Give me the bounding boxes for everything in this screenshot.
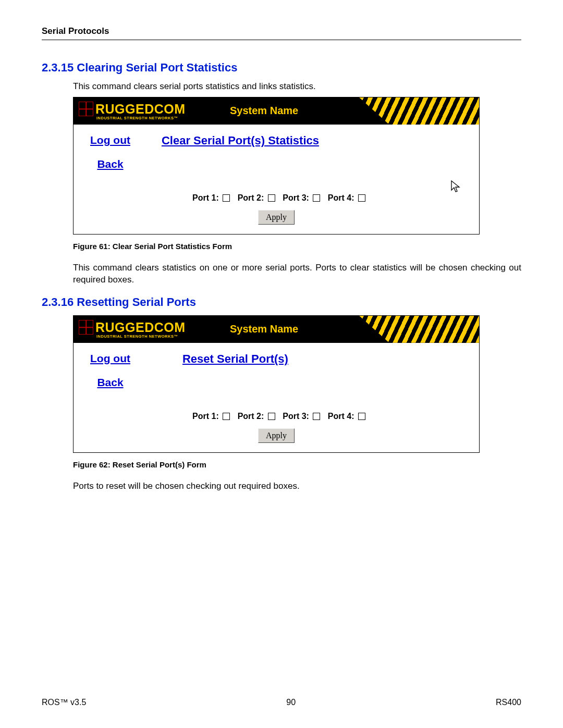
section-heading-resetting: 2.3.16 Resetting Serial Ports bbox=[42, 295, 521, 309]
page-header: Serial Protocols bbox=[42, 26, 521, 40]
logo-grid-icon bbox=[79, 320, 93, 335]
footer-page-number: 90 bbox=[286, 698, 296, 707]
port3-label: Port 3: bbox=[283, 193, 309, 202]
port1-label: Port 1: bbox=[192, 193, 219, 202]
port2-checkbox[interactable] bbox=[268, 413, 275, 420]
logout-link[interactable]: Log out bbox=[90, 352, 130, 365]
panel-title-reset: Reset Serial Port(s) bbox=[162, 351, 288, 366]
port4-checkbox[interactable] bbox=[358, 413, 365, 420]
section1-description: This command clears statistics on one or… bbox=[73, 262, 521, 286]
port1-checkbox[interactable] bbox=[223, 194, 230, 202]
ui-header: RUGGEDCOM INDUSTRIAL STRENGTH NETWORKS™ … bbox=[74, 97, 479, 125]
logo: RUGGEDCOM INDUSTRIAL STRENGTH NETWORKS™ bbox=[74, 320, 209, 339]
port4-label: Port 4: bbox=[328, 412, 354, 421]
reset-ports-form: RUGGEDCOM INDUSTRIAL STRENGTH NETWORKS™ … bbox=[73, 315, 480, 453]
back-link[interactable]: Back bbox=[90, 158, 130, 170]
port3-checkbox[interactable] bbox=[313, 413, 320, 420]
apply-button[interactable]: Apply bbox=[258, 428, 295, 443]
logo-grid-icon bbox=[79, 102, 93, 116]
clear-stats-form: RUGGEDCOM INDUSTRIAL STRENGTH NETWORKS™ … bbox=[73, 97, 480, 235]
brand-name: RUGGEDCOM bbox=[95, 102, 186, 117]
logout-link[interactable]: Log out bbox=[90, 134, 130, 146]
footer-left: ROS™ v3.5 bbox=[42, 698, 86, 707]
back-link[interactable]: Back bbox=[90, 376, 130, 389]
port2-label: Port 2: bbox=[238, 193, 264, 202]
port2-label: Port 2: bbox=[238, 412, 264, 421]
diagonal-stripes-icon bbox=[359, 97, 479, 125]
port4-checkbox[interactable] bbox=[358, 194, 365, 202]
brand-sub: INDUSTRIAL STRENGTH NETWORKS™ bbox=[79, 116, 209, 120]
port2-checkbox[interactable] bbox=[268, 194, 275, 202]
port1-checkbox[interactable] bbox=[223, 413, 230, 420]
ports-row: Port 1: Port 2: Port 3: Port 4: bbox=[84, 412, 469, 421]
diagonal-stripes-icon bbox=[359, 316, 479, 343]
brand-sub: INDUSTRIAL STRENGTH NETWORKS™ bbox=[79, 334, 209, 339]
panel-title-clear: Clear Serial Port(s) Statistics bbox=[162, 133, 319, 147]
figure62-caption: Figure 62: Reset Serial Port(s) Form bbox=[73, 460, 521, 469]
page-footer: ROS™ v3.5 90 RS400 bbox=[42, 698, 521, 707]
section1-intro: This command clears serial ports statist… bbox=[73, 81, 521, 93]
port3-label: Port 3: bbox=[283, 412, 309, 421]
logo: RUGGEDCOM INDUSTRIAL STRENGTH NETWORKS™ bbox=[74, 102, 209, 120]
port3-checkbox[interactable] bbox=[313, 194, 320, 202]
figure61-caption: Figure 61: Clear Serial Port Statistics … bbox=[73, 242, 521, 251]
section-heading-clearing: 2.3.15 Clearing Serial Port Statistics bbox=[42, 61, 521, 75]
apply-button[interactable]: Apply bbox=[258, 210, 295, 225]
port1-label: Port 1: bbox=[192, 412, 219, 421]
brand-name: RUGGEDCOM bbox=[95, 320, 186, 335]
footer-right: RS400 bbox=[496, 698, 521, 707]
port4-label: Port 4: bbox=[328, 193, 354, 202]
section2-description: Ports to reset will be chosen checking o… bbox=[73, 480, 521, 492]
ports-row: Port 1: Port 2: Port 3: Port 4: bbox=[84, 193, 469, 203]
ui-header: RUGGEDCOM INDUSTRIAL STRENGTH NETWORKS™ … bbox=[74, 316, 479, 343]
